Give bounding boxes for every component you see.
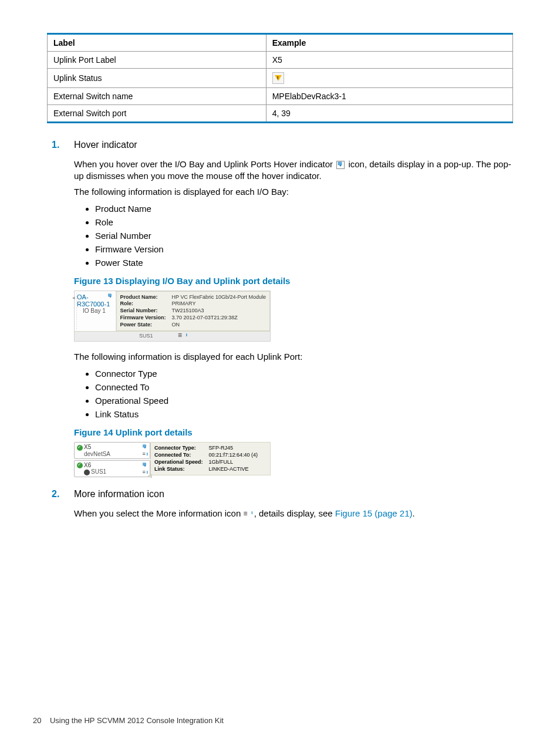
figure-14-tooltip: Connector Type: Connected To: Operationa…: [150, 442, 271, 475]
step-2-title: More information icon: [74, 489, 164, 499]
step-1-paragraph-1: When you hover over the I/O Bay and Upli…: [74, 158, 513, 183]
figure-14-caption: Figure 14 Uplink port details: [74, 427, 513, 437]
table-row: Uplink Port Label X5: [48, 52, 513, 69]
svg-rect-3: [143, 463, 146, 465]
check-ok-icon: [77, 445, 83, 451]
svg-rect-1: [108, 294, 111, 296]
figure-13: ◂ OA-R3C7000-1 IO Bay 1 Product Name: Ro…: [74, 291, 271, 342]
status-circle-icon: [84, 470, 90, 475]
table-row: External Switch name MPElabDevRack3-1: [48, 88, 513, 105]
more-info-icon: i: [243, 511, 251, 518]
warning-triangle-icon: !: [272, 72, 284, 84]
step-1-hover-indicator: 1. Hover indicator When you hover over t…: [52, 140, 513, 478]
page-footer: 20 Using the HP SCVMM 2012 Console Integ…: [33, 716, 224, 725]
figure-13-tree: ◂ OA-R3C7000-1 IO Bay 1: [75, 291, 116, 331]
label-example-table: Label Example Uplink Port Label X5 Uplin…: [47, 33, 513, 123]
figure-14: X5 devNetSA ≡i X6 SUS1 ≡i: [74, 442, 271, 478]
figure-13-caption: Figure 13 Displaying I/O Bay and Uplink …: [74, 276, 513, 286]
step-2-more-information: 2. More information icon When you select…: [52, 489, 513, 519]
hover-indicator-icon: [336, 161, 345, 169]
svg-rect-2: [143, 445, 146, 447]
step-1-title: Hover indicator: [74, 140, 137, 150]
table-row: Uplink Status !: [48, 69, 513, 88]
figure-14-port-x5: X5 devNetSA ≡i: [74, 442, 150, 458]
hover-indicator-icon: [107, 293, 113, 301]
step-1-paragraph-3: The following information is displayed f…: [74, 351, 513, 363]
step-2-paragraph: When you select the More information ico…: [74, 508, 513, 519]
collapse-arrow-icon: ◂: [72, 295, 75, 301]
figure-13-tooltip: Product Name: Role: Serial Number: Firmw…: [116, 291, 270, 331]
figure-14-port-x6: X6 SUS1 ≡i: [74, 460, 150, 477]
table-row: External Switch port 4, 39: [48, 105, 513, 123]
check-ok-icon: [77, 463, 83, 468]
figure-13-bottom-label: SUS1: [139, 333, 153, 339]
uplink-port-details-list: Connector Type Connected To Operational …: [95, 369, 513, 419]
step-1-paragraph-2: The following information is displayed f…: [74, 186, 513, 198]
more-info-icon: i: [178, 333, 186, 340]
table-header-example: Example: [266, 34, 512, 52]
svg-rect-0: [338, 162, 342, 165]
table-header-label: Label: [48, 34, 266, 52]
figure-15-link[interactable]: Figure 15 (page 21): [335, 508, 413, 518]
iobay-details-list: Product Name Role Serial Number Firmware…: [95, 204, 513, 268]
